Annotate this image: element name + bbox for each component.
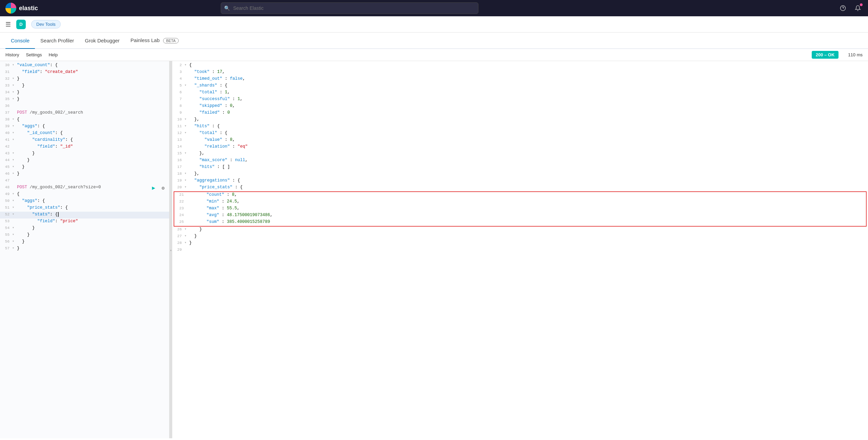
- search-input[interactable]: [221, 2, 478, 14]
- response-line: 14 "relation" : "eq": [172, 144, 868, 151]
- code-line: 41 ▾ "cardinality": {: [0, 137, 169, 144]
- response-line: 26 ▾ }: [172, 227, 868, 233]
- code-line: 44 ▾ }: [0, 157, 169, 164]
- response-panel[interactable]: 2 ▾ { 3 "took" : 17, 4 "timed_out" : fal…: [172, 61, 868, 438]
- code-line: 57 ▾ }: [0, 246, 169, 252]
- response-line: 20 ▾ "price_stats" : {: [172, 185, 868, 191]
- logo-text: elastic: [19, 5, 38, 12]
- help-button[interactable]: Help: [48, 52, 58, 57]
- code-line: 35 ▾ }: [0, 96, 169, 103]
- response-line: 29: [172, 247, 868, 254]
- response-line: 23 "max" : 55.5,: [174, 206, 866, 212]
- response-line: 19 ▾ "aggregations" : {: [172, 178, 868, 185]
- response-line: 4 "timed_out" : false,: [172, 76, 868, 83]
- response-line: 7 "successful" : 1,: [172, 96, 868, 103]
- code-line: 49 ▾ {: [0, 191, 169, 198]
- tabs-bar: Console Search Profiler Grok Debugger Pa…: [0, 33, 868, 49]
- code-line: 53 "field": "price": [0, 218, 169, 225]
- settings-button[interactable]: Settings: [26, 52, 42, 57]
- panel-divider[interactable]: · · ·: [170, 61, 172, 438]
- code-line: 54 ▾ }: [0, 225, 169, 232]
- notification-button[interactable]: [853, 3, 863, 13]
- elastic-logo[interactable]: elastic: [5, 3, 38, 14]
- copy-button[interactable]: ⚙: [160, 185, 166, 191]
- tab-console[interactable]: Console: [5, 33, 35, 49]
- code-line: 51 ▾ "price_stats": {: [0, 205, 169, 212]
- response-content[interactable]: 2 ▾ { 3 "took" : 17, 4 "timed_out" : fal…: [172, 61, 868, 438]
- editor-panel[interactable]: 30 ▾ "value_count": { 31 "field": "creat…: [0, 61, 170, 438]
- logo-icon: [5, 3, 16, 14]
- toolbar: History Settings Help 200 – OK 110 ms: [0, 49, 868, 61]
- code-line: 33 ▾ }: [0, 83, 169, 90]
- code-line: 45 ▾ }: [0, 164, 169, 171]
- response-line: 12 ▾ "total" : {: [172, 130, 868, 137]
- response-line: 6 "total" : 1,: [172, 90, 868, 96]
- time-badge: 110 ms: [848, 52, 863, 57]
- code-line: 31 "field": "create_date": [0, 69, 169, 76]
- response-line: 21 "count" : 8,: [174, 192, 866, 199]
- response-line: 18 ▾ },: [172, 171, 868, 178]
- response-line: 24 "avg" : 48.17500019073486,: [174, 212, 866, 219]
- code-line: 50 ▾ "aggs": {: [0, 198, 169, 205]
- response-line: 8 "skipped" : 0,: [172, 103, 868, 110]
- response-line: 27 ▾ }: [172, 233, 868, 240]
- code-line: 39 ▾ "aggs": {: [0, 123, 169, 130]
- sub-navigation: ☰ D Dev Tools: [0, 16, 868, 33]
- tab-grok-debugger[interactable]: Grok Debugger: [79, 33, 125, 49]
- code-line: 38 ▾ {: [0, 117, 169, 123]
- response-line: 25 "sum" : 385.4000015258789: [174, 219, 866, 226]
- response-line: 16 "max_score" : null,: [172, 157, 868, 164]
- response-line: 5 ▾ "_shards" : {: [172, 83, 868, 90]
- run-button[interactable]: ▶: [150, 185, 157, 191]
- code-line: 40 ▾ "_id_count": {: [0, 130, 169, 137]
- highlighted-result-box: 21 "count" : 8, 22 "min" : 24.5, 23 "max…: [174, 191, 867, 227]
- code-line: 52 ▾ "stats": {: [0, 212, 169, 218]
- action-icons: ▶ ⚙: [150, 185, 166, 191]
- code-line: 43 ▾ }: [0, 151, 169, 157]
- code-line: 47: [0, 178, 169, 185]
- tab-painless-lab[interactable]: Painless Lab BETA: [125, 33, 184, 49]
- search-icon: 🔍: [224, 5, 230, 11]
- editor-content[interactable]: 30 ▾ "value_count": { 31 "field": "creat…: [0, 61, 169, 438]
- main-content: 30 ▾ "value_count": { 31 "field": "creat…: [0, 61, 868, 438]
- response-line: 22 "min" : 24.5,: [174, 199, 866, 206]
- response-line: 13 "value" : 8,: [172, 137, 868, 144]
- response-line: 9 "failed" : 0: [172, 110, 868, 117]
- top-navigation: elastic 🔍: [0, 0, 868, 16]
- help-icon-button[interactable]: [838, 3, 848, 13]
- code-line: 32 ▾ }: [0, 76, 169, 83]
- response-line: 17 "hits" : [ ]: [172, 164, 868, 171]
- response-line: 2 ▾ {: [172, 62, 868, 69]
- response-line: 15 ▾ },: [172, 151, 868, 157]
- code-line: 36: [0, 103, 169, 110]
- code-line: 46 ▾ }: [0, 171, 169, 178]
- user-avatar[interactable]: D: [16, 20, 26, 29]
- code-line: 30 ▾ "value_count": {: [0, 62, 169, 69]
- notification-dot: [860, 3, 863, 6]
- code-line: 37 POST /my_goods_002/_search: [0, 110, 169, 117]
- status-badge: 200 – OK: [812, 51, 839, 59]
- hamburger-button[interactable]: ☰: [5, 21, 11, 28]
- global-search[interactable]: 🔍: [221, 2, 478, 14]
- response-line: 28 ▾ }: [172, 240, 868, 247]
- dev-tools-button[interactable]: Dev Tools: [31, 20, 61, 28]
- response-line: 10 ▾ },: [172, 117, 868, 123]
- tab-search-profiler[interactable]: Search Profiler: [35, 33, 79, 49]
- response-line: 11 ▾ "hits" : {: [172, 123, 868, 130]
- code-line: 56 ▾ }: [0, 239, 169, 246]
- beta-badge: BETA: [163, 38, 179, 43]
- code-line: 34 ▾ }: [0, 90, 169, 96]
- history-button[interactable]: History: [5, 52, 19, 57]
- response-line: 3 "took" : 17,: [172, 69, 868, 76]
- nav-icons: [838, 3, 863, 13]
- code-line: 42 "field": "_id": [0, 144, 169, 151]
- code-line: 55 ▾ }: [0, 232, 169, 239]
- code-line: 48 POST /my_goods_002/_search?size=0 ▶ ⚙: [0, 185, 169, 191]
